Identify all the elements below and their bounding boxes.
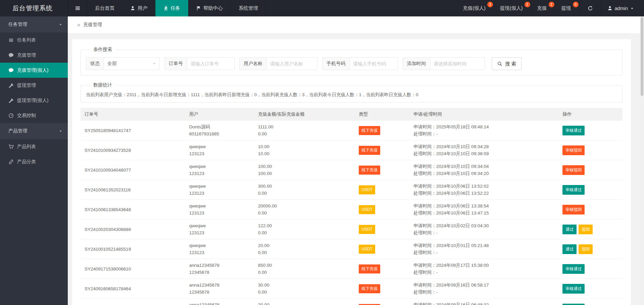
user-icon xyxy=(130,6,135,11)
column-header: 操作 xyxy=(558,108,623,121)
column-header: 用户 xyxy=(185,108,254,121)
order-cell: SY2409160658178464 xyxy=(81,279,185,299)
order-cell: SY2505180948141747 xyxy=(81,121,185,140)
nav-item-withdraw[interactable]: 提现0 xyxy=(556,0,580,16)
sidebar-item[interactable]: 提现管理(假人) xyxy=(0,93,68,108)
user-cell: qweqwe123123 xyxy=(185,140,254,160)
user-dropdown[interactable]: admin xyxy=(600,0,644,16)
filter-label: 订单号 xyxy=(165,58,187,70)
type-badge: USDT xyxy=(359,225,375,234)
sidebar-item[interactable]: 充值管理(假人) xyxy=(0,63,68,78)
sidebar-item-label: 充值管理(假人) xyxy=(17,67,48,73)
type-badge: USDT xyxy=(359,205,375,214)
action-button[interactable]: 驳回 xyxy=(579,225,593,234)
filter-group-phone: 手机号码 xyxy=(322,57,398,70)
user-cell: qweqwe123123 xyxy=(185,239,254,259)
filter-group-status: 状态全部 xyxy=(86,57,160,70)
time-cell: 申请时间：2024年10月06日 13:38:54处理时间：2024年10月06… xyxy=(409,200,558,220)
action-button[interactable]: 通过 xyxy=(562,244,577,254)
type-cell: 线下充值 xyxy=(355,121,409,140)
menu-toggle-button[interactable] xyxy=(68,0,87,16)
column-header: 充值金额/实际充值金额 xyxy=(254,108,355,121)
sidebar-item-label: 任务列表 xyxy=(17,37,36,43)
username-input[interactable] xyxy=(267,58,317,70)
action-button[interactable]: 审核驳回 xyxy=(562,145,585,155)
sidebar-item[interactable]: 任务列表 xyxy=(0,33,68,48)
caret-down-icon xyxy=(59,129,62,133)
sidebar-item[interactable]: 充值管理 xyxy=(0,48,68,63)
sidebar-item-label: 提现管理(假人) xyxy=(17,98,48,104)
nav-item-label: 帮助中心 xyxy=(203,5,223,11)
notification-badge: 2 xyxy=(549,2,554,7)
main-content: » 充值管理 条件搜索 状态全部订单号用户名称手机号码添加时间搜 索 数据统计 … xyxy=(68,16,644,305)
action-button[interactable]: 审核通过 xyxy=(562,264,585,274)
scrollbar-thumb[interactable] xyxy=(641,17,643,96)
table-row: SY2410010521485519qweqwe12312320.000.00U… xyxy=(81,239,623,259)
sidebar-group-title[interactable]: 任务管理 xyxy=(0,16,68,33)
action-button[interactable]: 审核通过 xyxy=(562,284,585,294)
sidebar-item[interactable]: 产品分类 xyxy=(0,154,68,169)
sidebar-item[interactable]: 提现管理 xyxy=(0,78,68,93)
action-button[interactable]: 审核通过 xyxy=(562,185,585,195)
vertical-scrollbar[interactable] xyxy=(640,16,644,305)
cart-icon xyxy=(8,144,14,149)
table-row: SY2409160648322696anna123456781234567820… xyxy=(81,299,623,305)
content-card: 条件搜索 状态全部订单号用户名称手机号码添加时间搜 索 数据统计 当前列表用户充… xyxy=(72,39,631,305)
nav-item-help[interactable]: 帮助中心 xyxy=(188,0,231,16)
action-cell: 通过驳回 xyxy=(558,220,623,239)
column-header: 订单号 xyxy=(81,108,185,121)
type-cell: 线下充值 xyxy=(355,140,409,160)
action-button[interactable]: 审核驳回 xyxy=(562,205,585,215)
search-icon xyxy=(497,61,502,66)
phone-input[interactable] xyxy=(350,58,398,70)
sidebar-group: 任务管理任务列表充值管理充值管理(假人)提现管理提现管理(假人)交易控制 xyxy=(0,16,68,123)
user-name: admin xyxy=(615,6,628,11)
sidebar-item[interactable]: 产品列表 xyxy=(0,139,68,154)
status-select[interactable]: 全部 xyxy=(104,58,159,70)
nav-item-recharge[interactable]: 充值2 xyxy=(532,0,556,16)
nav-item-withdraw-fake[interactable]: 提现(假人)2 xyxy=(494,0,532,16)
refresh-icon xyxy=(588,6,593,11)
order-cell: SY2410061352023116 xyxy=(81,180,185,200)
nav-item-system[interactable]: 系统管理 xyxy=(231,0,266,16)
type-cell: USDT xyxy=(355,220,409,239)
order-no-input[interactable] xyxy=(187,58,234,70)
sidebar-group-label: 产品管理 xyxy=(8,128,27,134)
nav-item-recharge-fake[interactable]: 充值(假人)3 xyxy=(457,0,494,16)
add-time-input[interactable] xyxy=(430,58,485,70)
filter-label: 状态 xyxy=(86,58,104,70)
breadcrumb: » 充值管理 xyxy=(68,16,644,33)
nav-item-task[interactable]: 任务 xyxy=(155,0,188,16)
action-cell: 审核通过 xyxy=(558,121,623,140)
order-cell: SY2410061338543648 xyxy=(81,200,185,220)
type-badge: 线下充值 xyxy=(359,304,380,305)
time-cell: 申请时间：2024年10月10日 09:34:04处理时间：2024年10月10… xyxy=(409,160,558,180)
type-cell: 线下充值 xyxy=(355,299,409,305)
amount-cell: 122.000.00 xyxy=(254,220,355,239)
action-button[interactable]: 审核通过 xyxy=(562,126,585,135)
app-title: 后台管理系统 xyxy=(0,0,68,16)
search-button[interactable]: 搜 索 xyxy=(492,57,522,70)
gavel-icon xyxy=(8,98,14,103)
table-row: SY2410020304306888qweqwe123123122.000.00… xyxy=(81,220,623,239)
select-value: 全部 xyxy=(107,61,117,67)
action-button[interactable]: 审核通过 xyxy=(562,304,585,305)
sidebar-group-title[interactable]: 产品管理 xyxy=(0,123,68,139)
nav-item-home[interactable]: 后台首页 xyxy=(87,0,122,16)
time-cell: 申请时间：2024年09月16日 06:58:17处理时间：- xyxy=(409,279,558,299)
table-row: SY2505180948141747Donts源码601167931885111… xyxy=(81,121,623,140)
action-button[interactable]: 通过 xyxy=(562,225,577,234)
refresh-button[interactable] xyxy=(580,0,600,16)
amount-cell: 20.000.00 xyxy=(254,299,355,305)
amount-cell: 20.000.00 xyxy=(254,239,355,259)
gauge-icon xyxy=(8,113,14,118)
caret-down-icon xyxy=(59,23,62,26)
nav-item-user[interactable]: 用户 xyxy=(122,0,155,16)
type-badge: 线下充值 xyxy=(359,166,380,175)
type-cell: 线下充值 xyxy=(355,279,409,299)
action-button[interactable]: 审核驳回 xyxy=(562,165,585,175)
sidebar-item[interactable]: 交易控制 xyxy=(0,108,68,123)
action-button[interactable]: 驳回 xyxy=(579,244,593,254)
comment-icon xyxy=(8,68,14,73)
search-button-label: 搜 索 xyxy=(505,61,516,67)
